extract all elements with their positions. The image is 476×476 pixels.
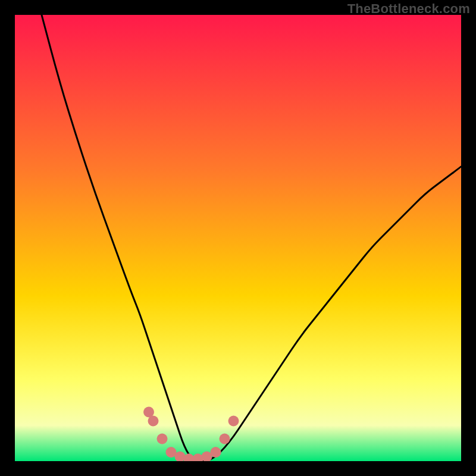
chart-background — [15, 15, 461, 461]
valley-dot — [157, 434, 168, 444]
valley-dot — [211, 447, 221, 458]
watermark-label: TheBottleneck.com — [347, 1, 470, 17]
plot-area — [15, 15, 461, 461]
chart-svg — [15, 15, 461, 461]
valley-dot — [220, 434, 230, 444]
valley-dot — [148, 416, 159, 427]
chart-frame: TheBottleneck.com — [0, 0, 476, 476]
valley-dot — [228, 416, 239, 427]
